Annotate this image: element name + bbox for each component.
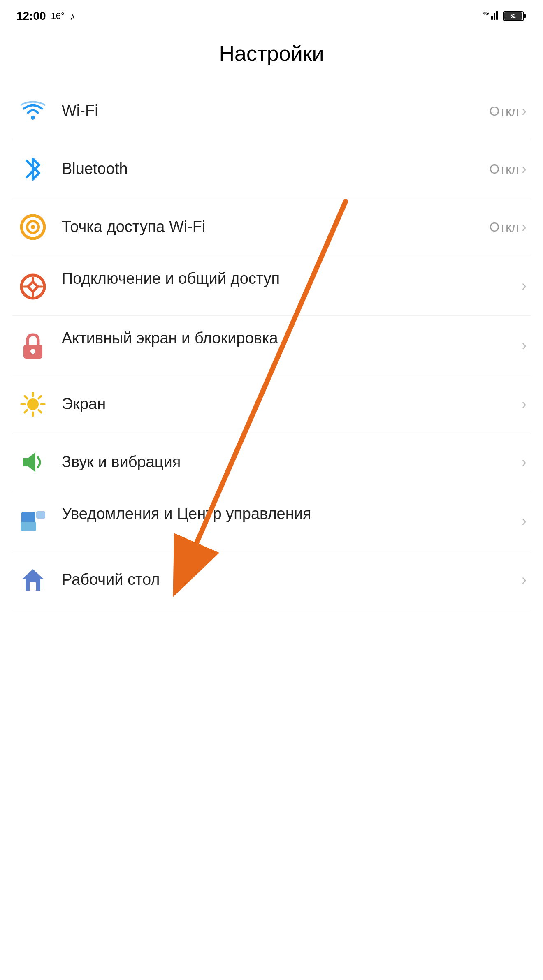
svg-rect-2: [494, 13, 495, 20]
hotspot-label: Точка доступа Wi-Fi: [62, 218, 206, 235]
lockscreen-label-wrapper: Активный экран и блокировка: [62, 328, 517, 348]
settings-item-hotspot[interactable]: Точка доступа Wi-Fi Откл ›: [12, 198, 531, 256]
sun-icon: [16, 388, 49, 421]
svg-line-23: [39, 396, 41, 398]
settings-item-bluetooth[interactable]: Bluetooth Откл ›: [12, 140, 531, 198]
display-label-wrapper: Экран: [62, 394, 517, 414]
status-left: 12:00 16° ♪: [16, 9, 75, 23]
svg-rect-28: [36, 511, 45, 519]
svg-rect-3: [496, 11, 498, 20]
wifi-status: Откл: [489, 104, 519, 119]
settings-item-lockscreen[interactable]: Активный экран и блокировка ›: [12, 316, 531, 375]
notifications-label-wrapper: Уведомления и Центр управления: [62, 504, 517, 524]
desktop-label-wrapper: Рабочий стол: [62, 570, 517, 590]
lock-icon: [16, 330, 49, 363]
hotspot-label-wrapper: Точка доступа Wi-Fi: [62, 217, 485, 237]
svg-rect-1: [491, 16, 493, 20]
settings-item-connection[interactable]: Подключение и общий доступ ›: [12, 256, 531, 316]
settings-list: Wi-Fi Откл › Bluetooth Откл ›: [0, 82, 543, 609]
hotspot-right: Откл ›: [489, 218, 527, 236]
battery-indicator: 52: [503, 10, 527, 22]
lockscreen-label: Активный экран и блокировка: [62, 329, 278, 347]
svg-point-16: [27, 398, 39, 410]
sound-icon: [16, 446, 49, 479]
hotspot-status: Откл: [489, 220, 519, 235]
lockscreen-right: ›: [522, 337, 527, 354]
svg-text:4G: 4G: [483, 11, 489, 16]
wifi-label: Wi-Fi: [62, 102, 98, 119]
settings-item-display[interactable]: Экран ›: [12, 375, 531, 433]
signal-icon: 4G: [483, 9, 499, 23]
connection-chevron: ›: [522, 277, 527, 294]
status-bar: 12:00 16° ♪ 4G 52: [0, 0, 543, 29]
notifications-label: Уведомления и Центр управления: [62, 505, 311, 522]
settings-item-desktop[interactable]: Рабочий стол ›: [12, 551, 531, 609]
connection-label: Подключение и общий доступ: [62, 270, 280, 287]
lockscreen-chevron: ›: [522, 337, 527, 354]
wifi-chevron: ›: [522, 102, 527, 120]
connection-icon: [16, 270, 49, 303]
svg-point-8: [31, 116, 35, 120]
svg-line-24: [25, 410, 27, 412]
temperature-display: 16°: [51, 11, 65, 21]
svg-point-11: [31, 225, 35, 229]
svg-rect-26: [21, 512, 35, 524]
sound-right: ›: [522, 454, 527, 471]
hotspot-icon: [16, 211, 49, 243]
sound-label: Звук и вибрация: [62, 453, 181, 470]
svg-rect-15: [32, 351, 34, 354]
home-icon: [16, 563, 49, 596]
bluetooth-chevron: ›: [522, 160, 527, 178]
sound-label-wrapper: Звук и вибрация: [62, 452, 517, 472]
bluetooth-icon: [16, 153, 49, 185]
status-right: 4G 52: [483, 9, 527, 23]
svg-line-21: [25, 396, 27, 398]
svg-marker-25: [23, 452, 35, 472]
sound-chevron: ›: [522, 454, 527, 471]
settings-item-notifications[interactable]: Уведомления и Центр управления ›: [12, 491, 531, 551]
settings-item-wifi[interactable]: Wi-Fi Откл ›: [12, 82, 531, 140]
page-title: Настройки: [0, 29, 543, 82]
display-right: ›: [522, 396, 527, 413]
wifi-label-wrapper: Wi-Fi: [62, 101, 485, 121]
bluetooth-label-wrapper: Bluetooth: [62, 159, 485, 179]
bluetooth-right: Откл ›: [489, 160, 527, 178]
svg-rect-30: [30, 582, 36, 591]
bluetooth-status: Откл: [489, 162, 519, 177]
svg-rect-5: [524, 14, 526, 18]
display-chevron: ›: [522, 396, 527, 413]
connection-right: ›: [522, 277, 527, 294]
hotspot-chevron: ›: [522, 218, 527, 236]
tiktok-icon: ♪: [70, 10, 75, 23]
display-label: Экран: [62, 395, 106, 412]
wifi-icon: [16, 95, 49, 127]
svg-line-22: [39, 410, 41, 412]
settings-item-sound[interactable]: Звук и вибрация ›: [12, 433, 531, 491]
notifications-right: ›: [522, 512, 527, 530]
svg-text:52: 52: [510, 13, 516, 19]
time-display: 12:00: [16, 9, 46, 23]
wifi-right: Откл ›: [489, 102, 527, 120]
notifications-chevron: ›: [522, 512, 527, 530]
desktop-label: Рабочий стол: [62, 571, 160, 588]
notification-icon: [16, 505, 49, 538]
bluetooth-label: Bluetooth: [62, 160, 128, 177]
desktop-right: ›: [522, 571, 527, 588]
svg-rect-27: [21, 522, 36, 531]
connection-label-wrapper: Подключение и общий доступ: [62, 269, 517, 289]
desktop-chevron: ›: [522, 571, 527, 588]
